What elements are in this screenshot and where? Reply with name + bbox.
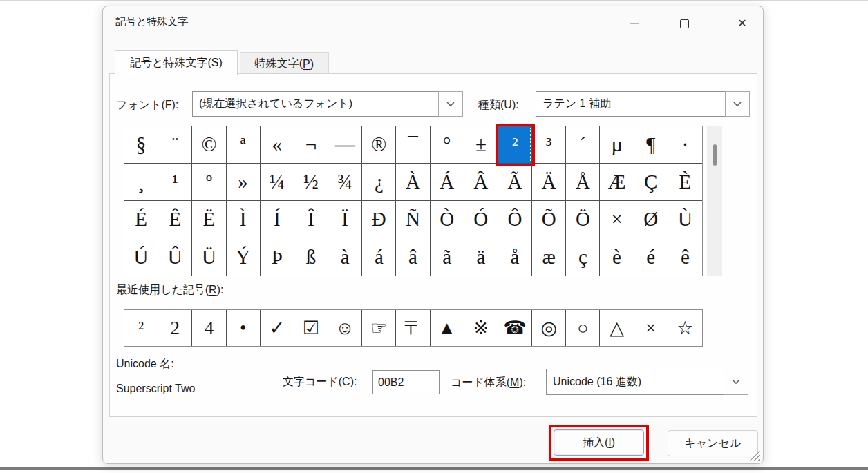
symbol-cell[interactable]: Ñ — [396, 201, 430, 238]
symbol-cell[interactable]: µ — [600, 126, 634, 164]
symbol-cell[interactable]: ± — [464, 126, 498, 164]
symbol-cell[interactable]: è — [600, 238, 634, 276]
symbol-cell[interactable]: Ð — [362, 201, 396, 238]
symbol-cell[interactable]: ¾ — [328, 164, 362, 201]
symbol-cell[interactable]: Ã — [498, 164, 532, 201]
symbol-cell[interactable]: Þ — [261, 238, 294, 276]
symbol-cell[interactable]: À — [396, 164, 430, 201]
recent-symbol-cell[interactable]: ☑ — [294, 310, 328, 346]
symbol-cell[interactable]: È — [668, 164, 702, 201]
symbol-cell[interactable]: Á — [431, 164, 464, 201]
subset-select[interactable]: ラテン 1 補助 — [536, 91, 750, 117]
symbol-cell[interactable]: ¯ — [396, 126, 430, 164]
recent-symbol-cell[interactable]: △ — [600, 310, 634, 346]
symbol-cell[interactable]: Ï — [328, 201, 362, 238]
symbol-cell[interactable]: ¸ — [124, 164, 158, 201]
symbol-cell[interactable]: Ç — [634, 164, 668, 201]
recent-symbol-cell[interactable]: ☺ — [328, 310, 362, 346]
symbol-cell[interactable]: « — [261, 126, 294, 164]
symbol-cell[interactable]: ç — [566, 238, 600, 276]
symbol-cell[interactable]: Å — [566, 164, 600, 201]
symbol-cell[interactable]: ª — [227, 126, 261, 164]
insert-button[interactable]: 挿入(I) — [554, 429, 644, 456]
symbol-cell[interactable]: Â — [464, 164, 498, 201]
font-select[interactable]: (現在選択されているフォント) — [192, 91, 463, 117]
symbol-cell[interactable]: â — [396, 238, 430, 276]
symbol-cell[interactable]: Î — [294, 201, 328, 238]
symbol-cell[interactable]: Õ — [532, 201, 566, 238]
symbol-cell[interactable]: Ë — [192, 201, 226, 238]
symbol-cell[interactable]: Ù — [668, 201, 702, 238]
symbol-cell[interactable]: Ì — [227, 201, 261, 238]
symbol-cell[interactable]: å — [498, 238, 532, 276]
symbol-cell[interactable]: © — [192, 126, 226, 164]
symbol-cell[interactable]: é — [634, 238, 668, 276]
symbol-cell[interactable]: Û — [158, 238, 192, 276]
symbol-cell[interactable]: Ü — [192, 238, 226, 276]
recent-symbol-cell[interactable]: • — [227, 310, 261, 346]
recent-symbol-cell[interactable]: ☆ — [668, 310, 702, 346]
symbol-cell-selected[interactable]: ² — [498, 126, 532, 164]
symbol-cell[interactable]: ¿ — [362, 164, 396, 201]
symbol-cell[interactable]: à — [328, 238, 362, 276]
recent-symbol-cell[interactable]: ▲ — [431, 310, 464, 346]
symbol-cell[interactable]: Ó — [464, 201, 498, 238]
symbol-cell[interactable]: Ú — [124, 238, 158, 276]
symbol-cell[interactable]: ¨ — [158, 126, 192, 164]
symbol-cell[interactable]: ¼ — [261, 164, 294, 201]
scrollbar-thumb[interactable] — [713, 144, 717, 166]
recent-symbol-cell[interactable]: × — [634, 310, 668, 346]
symbol-cell[interactable]: æ — [532, 238, 566, 276]
font-select-arrow[interactable] — [438, 91, 463, 117]
recent-symbol-cell[interactable]: ² — [124, 310, 158, 346]
recent-symbol-cell[interactable]: ☞ — [362, 310, 396, 346]
symbol-cell[interactable]: ã — [431, 238, 464, 276]
symbol-cell[interactable]: ° — [431, 126, 464, 164]
symbol-cell[interactable]: Ø — [634, 201, 668, 238]
symbol-cell[interactable]: Ö — [566, 201, 600, 238]
close-button[interactable]: ✕ — [729, 13, 755, 34]
subset-select-arrow[interactable] — [725, 91, 750, 117]
symbol-grid-scrollbar[interactable] — [707, 126, 722, 276]
recent-symbol-cell[interactable]: ☎ — [498, 310, 532, 346]
symbol-cell[interactable]: Ê — [158, 201, 192, 238]
symbol-cell[interactable]: × — [600, 201, 634, 238]
tab-special-characters[interactable]: 特殊文字(P) — [240, 52, 329, 75]
symbol-cell[interactable]: á — [362, 238, 396, 276]
character-code-input[interactable] — [372, 370, 440, 394]
recent-symbol-cell[interactable]: ○ — [566, 310, 600, 346]
recent-symbol-cell[interactable]: ◎ — [532, 310, 566, 346]
symbol-cell[interactable]: ® — [362, 126, 396, 164]
symbol-cell[interactable]: º — [192, 164, 226, 201]
symbol-cell[interactable]: ß — [294, 238, 328, 276]
symbol-cell[interactable]: ¬ — [294, 126, 328, 164]
recent-symbol-cell[interactable]: 〒 — [396, 310, 430, 346]
recent-symbol-cell[interactable]: 2 — [158, 310, 192, 346]
maximize-button[interactable] — [671, 13, 697, 34]
code-system-select[interactable]: Unicode (16 進数) — [546, 369, 748, 395]
symbol-cell[interactable]: Æ — [600, 164, 634, 201]
symbol-cell[interactable]: ¹ — [158, 164, 192, 201]
symbol-cell[interactable]: — — [328, 126, 362, 164]
recent-symbol-cell[interactable]: ※ — [464, 310, 498, 346]
symbol-cell[interactable]: ¶ — [634, 126, 668, 164]
symbol-cell[interactable]: ´ — [566, 126, 600, 164]
symbol-cell[interactable]: ä — [464, 238, 498, 276]
symbol-cell[interactable]: · — [668, 126, 702, 164]
symbol-cell[interactable]: § — [124, 126, 158, 164]
minimize-button[interactable] — [621, 13, 647, 34]
symbol-cell[interactable]: Í — [261, 201, 294, 238]
symbol-cell[interactable]: Ä — [532, 164, 566, 201]
symbol-cell[interactable]: » — [227, 164, 261, 201]
symbol-cell[interactable]: ê — [668, 238, 702, 276]
symbol-cell[interactable]: É — [124, 201, 158, 238]
recent-symbol-cell[interactable]: ✓ — [261, 310, 294, 346]
tab-symbols[interactable]: 記号と特殊文字(S) — [115, 50, 238, 75]
symbol-cell[interactable]: ½ — [294, 164, 328, 201]
symbol-cell[interactable]: ³ — [532, 126, 566, 164]
symbol-cell[interactable]: Ò — [431, 201, 464, 238]
symbol-cell[interactable]: Ý — [227, 238, 261, 276]
symbol-cell[interactable]: Ô — [498, 201, 532, 238]
code-system-arrow[interactable] — [724, 369, 748, 395]
recent-symbol-cell[interactable]: 4 — [192, 310, 226, 346]
